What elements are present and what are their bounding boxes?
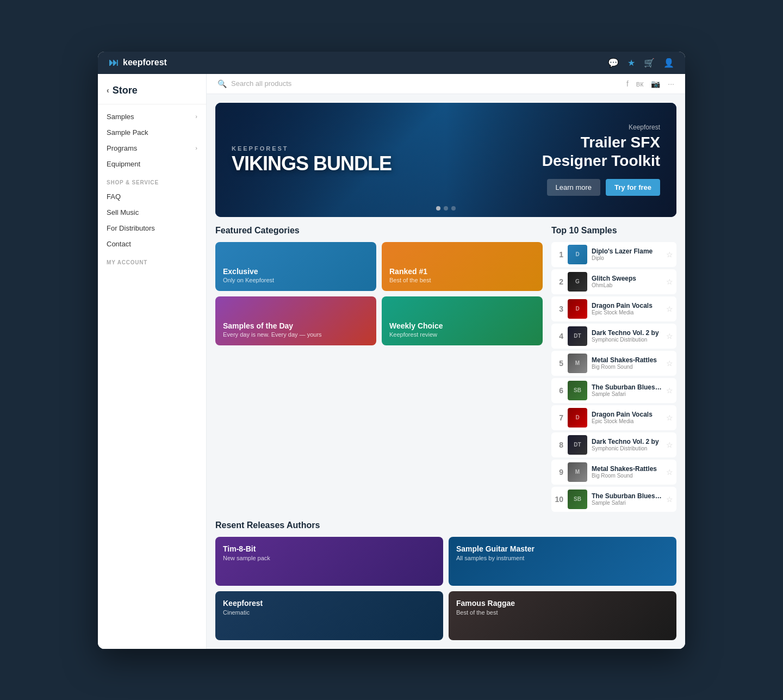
top10-item-6[interactable]: 6 SB The Suburban Blues V... Sample Safa… bbox=[551, 378, 676, 403]
favorite-star-5[interactable]: ☆ bbox=[666, 359, 673, 368]
user-icon[interactable]: 👤 bbox=[663, 58, 674, 68]
cat-samples-subtitle: Every day is new. Every day — yours bbox=[223, 331, 369, 338]
bottom-spacer bbox=[207, 640, 685, 649]
favorite-star-10[interactable]: ☆ bbox=[666, 495, 673, 504]
sidebar-item-for-distributors[interactable]: For Distributors bbox=[98, 220, 206, 236]
top10-item-8[interactable]: 8 DT Dark Techno Vol. 2 by Symphonic Dis… bbox=[551, 432, 676, 457]
release-guitar-title: Sample Guitar Master bbox=[456, 544, 669, 553]
cart-icon[interactable]: 🛒 bbox=[644, 58, 655, 68]
release-keepforest[interactable]: Keepforest Cinematic bbox=[215, 591, 443, 640]
category-ranked[interactable]: Ranked #1 Best of the best bbox=[382, 242, 543, 291]
top10-item-1[interactable]: 1 D Diplo's Lazer Flame Diplo ☆ bbox=[551, 242, 676, 267]
releases-title: Resent Releases Authors bbox=[215, 521, 676, 530]
release-keepforest-subtitle: Cinematic bbox=[223, 609, 436, 616]
favorites-icon[interactable]: ★ bbox=[627, 58, 635, 68]
sidebar-item-programs[interactable]: Programs › bbox=[98, 140, 206, 156]
top10-author-8: Symphonic Distribution bbox=[592, 445, 662, 451]
favorite-star-7[interactable]: ☆ bbox=[666, 413, 673, 422]
sidebar-item-faq[interactable]: FAQ bbox=[98, 189, 206, 205]
thumb-blues-10: SB bbox=[568, 490, 587, 509]
sidebar-item-sell-music[interactable]: Sell Music bbox=[98, 205, 206, 220]
hero-buttons: Learn more Try for free bbox=[542, 179, 660, 196]
hero-line1: KEEPFOREST bbox=[232, 145, 509, 152]
top10-author-1: Diplo bbox=[592, 255, 662, 261]
search-placeholder[interactable]: Search all products bbox=[231, 79, 291, 88]
release-raggae-title: Famous Raggae bbox=[456, 599, 669, 608]
top10-author-10: Sample Safari bbox=[592, 500, 662, 506]
category-exclusive[interactable]: Exclusive Only on Keepforest bbox=[215, 242, 376, 291]
top10-name-10: The Suburban Blues V... bbox=[592, 492, 662, 500]
top10-item-10[interactable]: 10 SB The Suburban Blues V... Sample Saf… bbox=[551, 487, 676, 512]
top10-name-9: Metal Shakes-Rattles bbox=[592, 465, 662, 473]
favorite-star-2[interactable]: ☆ bbox=[666, 277, 673, 286]
cat-exclusive-subtitle: Only on Keepforest bbox=[223, 277, 369, 283]
release-raggae-subtitle: Best of the best bbox=[456, 609, 669, 616]
content-area: 🔍 Search all products f вк 📷 ··· KEEPFOR… bbox=[207, 74, 685, 649]
top10-section: Top 10 Samples 1 D Diplo's Lazer Flame D… bbox=[551, 226, 676, 512]
top10-item-2[interactable]: 2 G Glitch Sweeps OhmLab ☆ bbox=[551, 269, 676, 294]
top10-name-2: Glitch Sweeps bbox=[592, 275, 662, 282]
instagram-icon[interactable]: 📷 bbox=[651, 79, 660, 88]
top10-list: 1 D Diplo's Lazer Flame Diplo ☆ 2 G bbox=[551, 242, 676, 512]
facebook-icon[interactable]: f bbox=[626, 79, 629, 88]
featured-section: Featured Categories Exclusive Only on Ke… bbox=[215, 226, 543, 512]
thumb-diplo: D bbox=[568, 245, 587, 264]
top10-item-3[interactable]: 3 D Dragon Pain Vocals Epic Stock Media … bbox=[551, 296, 676, 321]
back-arrow-icon[interactable]: ‹ bbox=[107, 86, 109, 95]
top10-item-5[interactable]: 5 M Metal Shakes-Rattles Big Room Sound … bbox=[551, 351, 676, 376]
release-tim-subtitle: New sample pack bbox=[223, 555, 436, 561]
top10-name-5: Metal Shakes-Rattles bbox=[592, 356, 662, 364]
top10-name-4: Dark Techno Vol. 2 by bbox=[592, 329, 662, 337]
release-tim[interactable]: Tim-8-Bit New sample pack bbox=[215, 537, 443, 586]
two-col-section: Featured Categories Exclusive Only on Ke… bbox=[215, 226, 676, 512]
sidebar-item-contact[interactable]: Contact bbox=[98, 236, 206, 252]
sidebar-item-samples[interactable]: Samples › bbox=[98, 109, 206, 125]
try-free-button[interactable]: Try for free bbox=[606, 179, 660, 196]
thumb-metal-9: M bbox=[568, 462, 587, 482]
top10-name-7: Dragon Pain Vocals bbox=[592, 411, 662, 418]
more-icon[interactable]: ··· bbox=[668, 79, 674, 88]
top10-author-4: Symphonic Distribution bbox=[592, 337, 662, 343]
top10-name-1: Diplo's Lazer Flame bbox=[592, 247, 662, 255]
favorite-star-1[interactable]: ☆ bbox=[666, 250, 673, 259]
thumb-dragon-7: D bbox=[568, 408, 587, 428]
logo-icon: ⏭ bbox=[109, 57, 119, 69]
search-wrap: 🔍 Search all products bbox=[217, 79, 291, 88]
favorite-star-9[interactable]: ☆ bbox=[666, 468, 673, 476]
top-bar-icons: 💬 ★ 🛒 👤 bbox=[608, 58, 674, 68]
top10-item-9[interactable]: 9 M Metal Shakes-Rattles Big Room Sound … bbox=[551, 460, 676, 485]
cat-exclusive-title: Exclusive bbox=[223, 267, 369, 276]
release-raggae[interactable]: Famous Raggae Best of the best bbox=[449, 591, 676, 640]
chevron-right-icon-programs: › bbox=[195, 145, 197, 151]
top10-item-4[interactable]: 4 DT Dark Techno Vol. 2 by Symphonic Dis… bbox=[551, 324, 676, 349]
favorite-star-8[interactable]: ☆ bbox=[666, 441, 673, 449]
top10-item-7[interactable]: 7 D Dragon Pain Vocals Epic Stock Media … bbox=[551, 405, 676, 430]
logo-area: ⏭ keepforest bbox=[109, 57, 167, 69]
browser-window: ⏭ keepforest 💬 ★ 🛒 👤 ‹ Store Samples › S… bbox=[98, 52, 685, 649]
messages-icon[interactable]: 💬 bbox=[608, 58, 619, 68]
favorite-star-3[interactable]: ☆ bbox=[666, 305, 673, 313]
learn-more-button[interactable]: Learn more bbox=[547, 179, 600, 196]
main-layout: ‹ Store Samples › Sample Pack Programs ›… bbox=[98, 74, 685, 649]
releases-section: Resent Releases Authors Tim-8-Bit New sa… bbox=[215, 521, 676, 640]
favorite-star-4[interactable]: ☆ bbox=[666, 332, 673, 340]
cat-ranked-title: Ranked #1 bbox=[389, 267, 535, 276]
sidebar-item-sample-pack[interactable]: Sample Pack bbox=[98, 125, 206, 140]
top10-name-6: The Suburban Blues V... bbox=[592, 383, 662, 391]
hero-banner[interactable]: KEEPFOREST VIKINGS BUNDLE Keepforest Tra… bbox=[215, 103, 676, 217]
my-account-label: MY ACCOUNT bbox=[98, 252, 206, 269]
release-tim-title: Tim-8-Bit bbox=[223, 544, 436, 553]
favorite-star-6[interactable]: ☆ bbox=[666, 386, 673, 395]
release-guitar[interactable]: Sample Guitar Master All samples by inst… bbox=[449, 537, 676, 586]
top10-author-5: Big Room Sound bbox=[592, 364, 662, 370]
hero-brand: Keepforest bbox=[542, 123, 660, 131]
top10-author-7: Epic Stock Media bbox=[592, 418, 662, 424]
category-samples-of-day[interactable]: Samples of the Day Every day is new. Eve… bbox=[215, 296, 376, 345]
category-weekly-choice[interactable]: Weekly Choice Keepforest review bbox=[382, 296, 543, 345]
thumb-blues-6: SB bbox=[568, 381, 587, 400]
sidebar-item-equipment[interactable]: Equipment bbox=[98, 156, 206, 172]
cat-weekly-subtitle: Keepforest review bbox=[389, 331, 535, 338]
top10-name-3: Dragon Pain Vocals bbox=[592, 302, 662, 309]
sidebar-store-header: ‹ Store bbox=[98, 83, 206, 104]
vk-icon[interactable]: вк bbox=[636, 79, 644, 88]
